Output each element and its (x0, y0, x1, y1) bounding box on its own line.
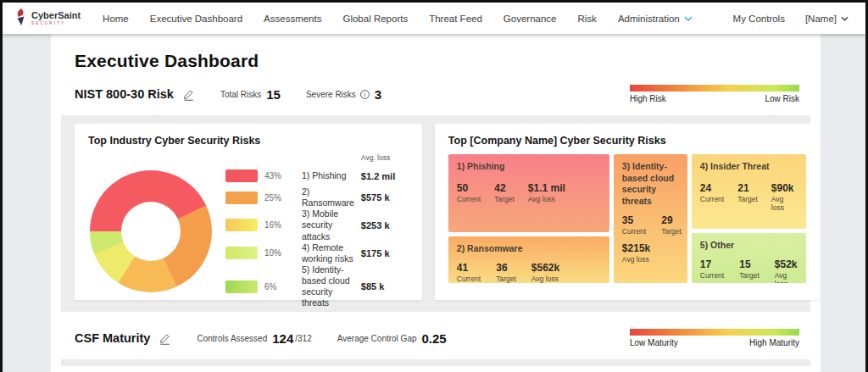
company-risks-treemap: 1) Phishing 50 Current 42 Target (448, 154, 806, 283)
stat-avg-loss: $1.1 mil Avg loss (528, 182, 565, 203)
avg-control-gap-label: Average Control Gap (337, 334, 417, 343)
next-section-strip (61, 359, 810, 366)
treemap-block-identity-cloud[interactable]: 3) Identity-based cloud security threats… (614, 154, 687, 283)
nav-item-administration[interactable]: Administration (618, 14, 693, 24)
block-title: 4) Insider Threat (700, 161, 798, 173)
total-risks-value: 15 (266, 87, 281, 102)
legend-pct: 16% (264, 220, 295, 230)
total-risks-label: Total Risks (220, 90, 261, 99)
stat-target: 42 Target (494, 182, 515, 203)
treemap-column-3: 4) Insider Threat 24 Current 21 Target (692, 154, 806, 283)
donut-row: Avg. loss 43% 1) Phishing $1.2 mil 25% 2… (88, 153, 409, 308)
stat-current: 17 Current (700, 258, 724, 283)
block-title: 3) Identity-based cloud security threats (622, 161, 679, 208)
stat-current: 41 Current (457, 262, 481, 283)
legend-label: 5) Identity-based cloud security threats (302, 264, 354, 309)
legend-pct: 6% (264, 282, 295, 291)
industry-risks-card: Top Industry Cyber Security Risks Avg. l… (75, 124, 422, 300)
controls-total: /312 (295, 334, 311, 343)
avg-loss-header: Avg. loss (361, 153, 409, 165)
block-title: 2) Ransomware (457, 243, 601, 255)
stat-target: 21 Target (737, 182, 758, 212)
nav-item-executive-dashboard[interactable]: Executive Dashboard (150, 14, 242, 24)
legend-label: 4) Remote working risks (302, 242, 354, 264)
legend-pct: 25% (264, 193, 295, 203)
logo-text: CyberSaint SECURITY (31, 11, 81, 26)
treemap-column-2: 3) Identity-based cloud security threats… (614, 154, 687, 283)
treemap-column-1: 1) Phishing 50 Current 42 Target (448, 154, 609, 283)
legend-swatch-remote (225, 247, 258, 259)
stat-current: 35 Current (622, 214, 646, 236)
nav-item-administration-label: Administration (618, 14, 680, 24)
block-stats: 50 Current 42 Target $1.1 mil (457, 182, 601, 203)
high-risk-label: High Risk (630, 94, 666, 103)
nav-item-risk[interactable]: Risk (578, 14, 597, 24)
block-stats: 17 Current 15 Target $52k (700, 258, 798, 283)
legend-pct: 10% (264, 248, 295, 258)
industry-card-title: Top Industry Cyber Security Risks (88, 135, 409, 147)
stat-avg-loss: $562k Avg loss (531, 262, 559, 283)
stat-target: 29 Target (661, 214, 682, 236)
legend-label: 3) Mobile security attacks (302, 208, 354, 242)
logo-title: CyberSaint (31, 11, 81, 20)
stat-current: 50 Current (457, 182, 481, 203)
nav-item-threat-feed[interactable]: Threat Feed (429, 14, 482, 24)
stat-avg-loss: $215k Avg loss (622, 242, 679, 264)
legend-swatch-ransomware (225, 192, 258, 204)
stat-current: 24 Current (700, 182, 724, 212)
risk-cards-strip: Top Industry Cyber Security Risks Avg. l… (61, 115, 810, 312)
maturity-scale-legend: Low Maturity High Maturity (630, 329, 799, 347)
nav-right: My Controls [Name] (733, 14, 849, 24)
cybersaint-logo-icon (14, 8, 27, 29)
industry-risks-donut-chart[interactable] (90, 170, 212, 292)
treemap-block-other[interactable]: 5) Other 17 Current 15 Target (692, 233, 806, 283)
risk-scale-legend: High Risk Low Risk (630, 85, 799, 103)
csf-maturity-header: CSF Maturity Controls Assessed 124 /312 … (51, 312, 821, 347)
donut-legend: Avg. loss 43% 1) Phishing $1.2 mil 25% 2… (225, 153, 409, 308)
info-icon[interactable]: i (360, 90, 370, 99)
page-background: Executive Dashboard NIST 800-30 Risk Tot… (3, 34, 865, 372)
block-stats: 41 Current 36 Target $562k (457, 262, 601, 283)
user-menu[interactable]: [Name] (805, 14, 849, 24)
legend-avg-loss: $253 k (361, 220, 409, 230)
company-card-title: Top [Company Name] Cyber Security Risks (448, 135, 806, 147)
block-title: 5) Other (700, 240, 798, 252)
treemap-block-phishing[interactable]: 1) Phishing 50 Current 42 Target (448, 154, 609, 232)
stat-avg-loss: $52k Avg loss (775, 258, 798, 283)
nav-item-assessments[interactable]: Assessments (264, 14, 321, 24)
nist-section-title: NIST 800-30 Risk (75, 87, 174, 101)
edit-pencil-icon[interactable] (159, 332, 171, 345)
controls-assessed-value: 124 (272, 331, 293, 346)
app-window: CyberSaint SECURITY Home Executive Dashb… (0, 0, 868, 372)
nav-menu: Home Executive Dashboard Assessments Glo… (103, 14, 693, 24)
treemap-block-ransomware[interactable]: 2) Ransomware 41 Current 36 Target (448, 236, 609, 283)
edit-pencil-icon[interactable] (182, 88, 195, 101)
legend-swatch-identity (225, 280, 258, 293)
risk-scale-labels: High Risk Low Risk (630, 94, 799, 103)
controls-assessed-label: Controls Assessed (197, 334, 267, 343)
high-maturity-label: High Maturity (749, 338, 799, 347)
maturity-scale-labels: Low Maturity High Maturity (630, 338, 799, 347)
legend-label: 1) Phishing (302, 170, 354, 181)
my-controls-button[interactable]: My Controls (733, 14, 785, 24)
avg-control-gap-value: 0.25 (422, 331, 447, 346)
stat-target: 15 Target (739, 258, 760, 283)
severe-risks-label: Severe Risks (306, 90, 356, 99)
nav-item-global-reports[interactable]: Global Reports (342, 14, 408, 24)
block-stats: 35 Current 29 Target (622, 214, 679, 236)
csf-section-title: CSF Maturity (75, 331, 150, 345)
company-risks-card: Top [Company Name] Cyber Security Risks … (435, 124, 820, 300)
nav-item-governance[interactable]: Governance (504, 14, 557, 24)
severe-risks-value: 3 (375, 87, 381, 102)
logo-subtitle: SECURITY (31, 22, 81, 26)
nav-item-home[interactable]: Home (103, 14, 129, 24)
legend-pct: 43% (264, 171, 295, 180)
risk-gradient-bar (630, 85, 799, 92)
stat-target: 36 Target (496, 262, 516, 283)
cybersaint-logo[interactable]: CyberSaint SECURITY (14, 8, 81, 29)
legend-avg-loss: $175 k (361, 248, 409, 258)
maturity-gradient-bar (630, 329, 799, 336)
nist-risk-header: NIST 800-30 Risk Total Risks 15 Severe R… (51, 71, 821, 103)
page-title: Executive Dashboard (51, 34, 821, 71)
treemap-block-insider-threat[interactable]: 4) Insider Threat 24 Current 21 Target (692, 154, 806, 229)
